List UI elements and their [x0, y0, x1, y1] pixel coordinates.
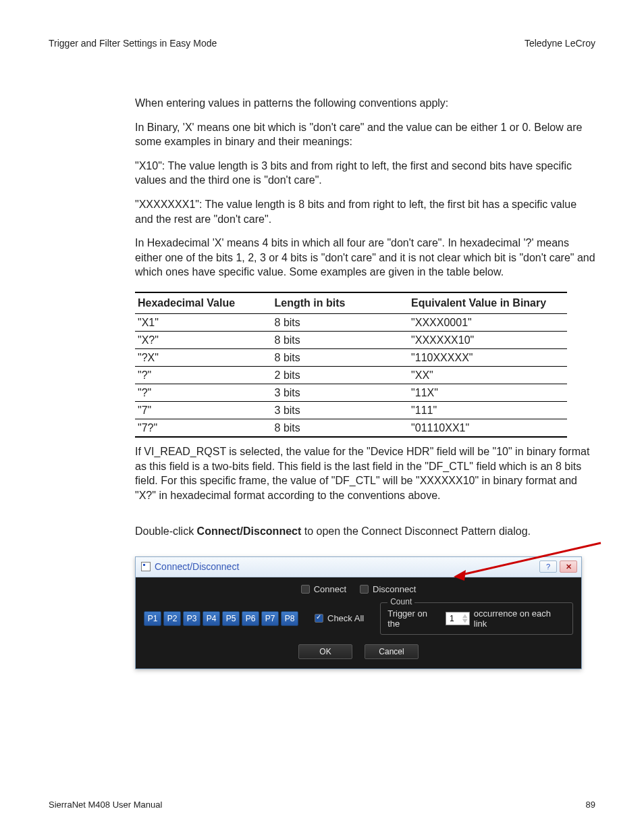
- cell: 8 bits: [272, 348, 409, 366]
- checkbox-label: Connect: [314, 584, 346, 594]
- ok-button[interactable]: OK: [298, 644, 352, 659]
- occurrence-stepper[interactable]: 1: [446, 612, 470, 625]
- dialog-screenshot: Connect/Disconnect ? ✕ Connect Disconnec…: [135, 556, 582, 692]
- cell: "11X": [408, 384, 567, 401]
- header-left: Trigger and Filter Settings in Easy Mode: [49, 38, 217, 49]
- text: to open the Connect Disconnect Pattern d…: [301, 525, 531, 537]
- connect-disconnect-keyword: Connect/Disconnect: [197, 525, 302, 537]
- cell: 8 bits: [272, 419, 409, 437]
- cell: "X?": [135, 331, 272, 348]
- table-row: "7"3 bits"111": [135, 401, 567, 419]
- cell: "XX": [408, 366, 567, 384]
- cell: "111": [408, 401, 567, 419]
- stepper-arrows[interactable]: [462, 614, 468, 623]
- cell: "01110XX1": [408, 419, 567, 437]
- help-icon: ?: [546, 563, 550, 571]
- count-post-text: occurrence on each link: [474, 608, 566, 629]
- close-button[interactable]: ✕: [560, 561, 577, 573]
- table-row: "?"2 bits"XX": [135, 366, 567, 384]
- paragraph: When entering values in patterns the fol…: [135, 96, 595, 111]
- port-buttons: P1 P2 P3 P4 P5 P6 P7 P8: [144, 611, 298, 626]
- count-legend: Count: [387, 597, 414, 606]
- checkbox-label: Disconnect: [373, 584, 416, 594]
- cell: "X1": [135, 313, 272, 331]
- paragraph: Double-click Connect/Disconnect to open …: [135, 524, 595, 539]
- cell: "?X": [135, 348, 272, 366]
- page-header: Trigger and Filter Settings in Easy Mode…: [49, 38, 595, 49]
- cell: 8 bits: [272, 313, 409, 331]
- close-icon: ✕: [566, 563, 572, 571]
- cell: 2 bits: [272, 366, 409, 384]
- table-row: "7?"8 bits"01110XX1": [135, 419, 567, 437]
- cell: "7": [135, 401, 272, 419]
- table-header: Equivalent Value in Binary: [408, 292, 567, 314]
- dialog-titlebar[interactable]: Connect/Disconnect ? ✕: [136, 557, 581, 577]
- port-button-p2[interactable]: P2: [163, 611, 181, 626]
- count-pre-text: Trigger on the: [387, 608, 441, 629]
- check-all-checkbox[interactable]: Check All: [315, 613, 364, 623]
- cell: 3 bits: [272, 401, 409, 419]
- port-button-p5[interactable]: P5: [222, 611, 240, 626]
- content-column: When entering values in patterns the fol…: [135, 96, 595, 692]
- table-header: Length in bits: [272, 292, 409, 314]
- page-footer: SierraNet M408 User Manual 89: [49, 800, 595, 810]
- paragraph: "X10": The value length is 3 bits and fr…: [135, 159, 595, 188]
- help-button[interactable]: ?: [539, 561, 557, 573]
- chevron-down-icon: [462, 619, 468, 623]
- header-right: Teledyne LeCroy: [525, 38, 595, 49]
- paragraph: If VI_READ_RQST is selected, the value f…: [135, 444, 595, 502]
- chevron-up-icon: [462, 614, 468, 618]
- connect-checkbox[interactable]: Connect: [301, 584, 346, 594]
- table-row: "X1"8 bits"XXXX0001": [135, 313, 567, 331]
- paragraph: In Hexadecimal 'X' means 4 bits in which…: [135, 236, 595, 280]
- port-button-p8[interactable]: P8: [281, 611, 298, 626]
- count-group: Count Trigger on the 1 occurrence on eac…: [380, 602, 573, 635]
- window-icon: [141, 562, 151, 571]
- port-button-p7[interactable]: P7: [261, 611, 279, 626]
- port-button-p1[interactable]: P1: [144, 611, 161, 626]
- disconnect-checkbox[interactable]: Disconnect: [360, 584, 416, 594]
- hex-table: Hexadecimal Value Length in bits Equival…: [135, 292, 567, 438]
- cell: "?": [135, 384, 272, 401]
- dialog-title: Connect/Disconnect: [155, 561, 239, 572]
- paragraph: "XXXXXXX1": The value length is 8 bits a…: [135, 197, 595, 226]
- table-header: Hexadecimal Value: [135, 292, 272, 314]
- port-button-p3[interactable]: P3: [183, 611, 200, 626]
- port-button-p6[interactable]: P6: [242, 611, 259, 626]
- cell: "XXXX0001": [408, 313, 567, 331]
- checkbox-icon: [301, 585, 310, 594]
- cancel-button[interactable]: Cancel: [365, 644, 419, 659]
- table-row: "?"3 bits"11X": [135, 384, 567, 401]
- connect-disconnect-dialog: Connect/Disconnect ? ✕ Connect Disconnec…: [135, 556, 582, 669]
- cell: 8 bits: [272, 331, 409, 348]
- footer-left: SierraNet M408 User Manual: [49, 800, 162, 810]
- port-button-p4[interactable]: P4: [203, 611, 220, 626]
- cell: 3 bits: [272, 384, 409, 401]
- cell: "7?": [135, 419, 272, 437]
- checkbox-checked-icon: [315, 614, 323, 623]
- cell: "?": [135, 366, 272, 384]
- stepper-value: 1: [450, 614, 454, 623]
- table-row: "?X"8 bits"110XXXXX": [135, 348, 567, 366]
- cell: "XXXXXX10": [408, 331, 567, 348]
- paragraph: In Binary, 'X' means one bit which is "d…: [135, 120, 595, 149]
- table-row: "X?"8 bits"XXXXXX10": [135, 331, 567, 348]
- checkbox-label: Check All: [327, 613, 364, 623]
- cell: "110XXXXX": [408, 348, 567, 366]
- text: Double-click: [135, 525, 197, 537]
- page-number: 89: [586, 800, 595, 810]
- checkbox-icon: [360, 585, 369, 594]
